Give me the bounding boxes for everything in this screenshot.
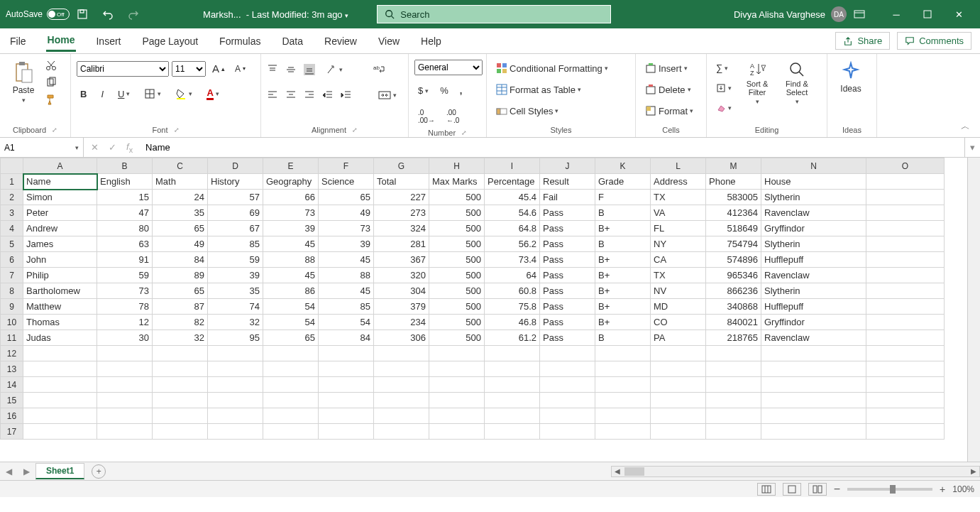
column-header[interactable]: I (485, 158, 540, 174)
cell[interactable]: 75.8 (485, 299, 540, 315)
row-header[interactable]: 6 (1, 252, 23, 268)
cell[interactable]: 840021 (706, 315, 761, 330)
wrap-text-button[interactable]: ab (369, 61, 389, 78)
cell[interactable] (595, 346, 651, 361)
cell[interactable] (263, 393, 319, 408)
cell[interactable]: 64.8 (485, 221, 540, 236)
clear-button[interactable]: ▾ (712, 100, 735, 116)
cell[interactable]: Pass (540, 330, 595, 346)
cell[interactable] (97, 424, 153, 440)
cell[interactable]: 54 (319, 315, 374, 330)
cell[interactable] (374, 393, 429, 408)
fill-color-button[interactable]: ▾ (172, 85, 196, 102)
cell[interactable]: Pass (540, 299, 595, 315)
cell[interactable]: 32 (153, 330, 208, 346)
cell[interactable]: Hufflepuff (761, 252, 866, 268)
zoom-out-button[interactable]: − (834, 483, 840, 496)
cell[interactable]: Bartholomew (23, 283, 97, 299)
search-box[interactable]: Search (377, 5, 611, 23)
cell[interactable] (319, 393, 374, 408)
cell[interactable] (706, 377, 761, 393)
column-header[interactable]: J (540, 158, 595, 174)
cell[interactable]: NY (651, 236, 706, 252)
cell[interactable]: FL (651, 221, 706, 236)
cell[interactable]: 304 (374, 283, 429, 299)
cell[interactable]: 324 (374, 221, 429, 236)
cell[interactable]: Phone (706, 174, 761, 190)
cell[interactable] (651, 424, 706, 440)
cell[interactable]: Andrew (23, 221, 97, 236)
cell[interactable] (429, 393, 485, 408)
row-header[interactable]: 4 (1, 221, 23, 236)
cell[interactable]: 367 (374, 252, 429, 268)
cell[interactable]: Science (319, 174, 374, 190)
increase-decimal-icon[interactable]: .0.00→ (414, 106, 439, 127)
cell[interactable]: 60.8 (485, 283, 540, 299)
cell[interactable]: 15 (97, 190, 153, 205)
cell[interactable]: 73 (97, 283, 153, 299)
cell[interactable] (208, 346, 263, 361)
cell[interactable] (866, 252, 945, 268)
cell[interactable] (866, 315, 945, 330)
cell[interactable] (153, 424, 208, 440)
cell[interactable]: Math (153, 174, 208, 190)
cell[interactable] (23, 377, 97, 393)
cell[interactable]: 39 (208, 268, 263, 283)
row-header[interactable]: 15 (1, 393, 23, 408)
cell[interactable]: 65 (153, 283, 208, 299)
cell[interactable] (485, 361, 540, 377)
bold-button[interactable]: B (77, 86, 90, 102)
tab-review[interactable]: Review (323, 31, 358, 51)
row-header[interactable]: 5 (1, 236, 23, 252)
page-layout-view-icon[interactable] (783, 483, 801, 496)
row-header[interactable]: 2 (1, 190, 23, 205)
cell[interactable]: 500 (429, 330, 485, 346)
cell[interactable] (23, 424, 97, 440)
cell[interactable] (866, 377, 945, 393)
cell[interactable]: 89 (153, 268, 208, 283)
cell[interactable]: 500 (429, 299, 485, 315)
cell[interactable]: 500 (429, 283, 485, 299)
column-header[interactable]: E (263, 158, 319, 174)
cell[interactable]: Max Marks (429, 174, 485, 190)
undo-icon[interactable] (98, 4, 118, 24)
vertical-scrollbar[interactable] (967, 158, 980, 462)
tab-help[interactable]: Help (419, 31, 443, 51)
cell[interactable]: 12 (97, 315, 153, 330)
cell[interactable]: 518649 (706, 221, 761, 236)
row-header[interactable]: 14 (1, 377, 23, 393)
format-cells-button[interactable]: Format ▾ (642, 102, 697, 119)
cell[interactable] (319, 424, 374, 440)
copy-icon[interactable] (45, 77, 57, 88)
column-header[interactable]: K (595, 158, 651, 174)
column-header[interactable]: F (319, 158, 374, 174)
cell[interactable] (97, 393, 153, 408)
cell[interactable]: 218765 (706, 330, 761, 346)
cell[interactable]: 82 (153, 315, 208, 330)
orientation-button[interactable]: ▾ (322, 61, 346, 78)
cell[interactable]: Pass (540, 268, 595, 283)
tab-view[interactable]: View (377, 31, 401, 51)
underline-button[interactable]: U ▾ (114, 86, 133, 102)
cell[interactable]: Simon (23, 190, 97, 205)
row-header[interactable]: 1 (1, 174, 23, 190)
cell[interactable] (866, 268, 945, 283)
sheet-nav-prev-icon[interactable]: ◀ (0, 467, 18, 476)
cell[interactable]: 45.4 (485, 190, 540, 205)
zoom-slider[interactable] (847, 488, 932, 491)
cell[interactable]: 46.8 (485, 315, 540, 330)
cell[interactable]: 49 (319, 205, 374, 221)
row-header[interactable]: 3 (1, 205, 23, 221)
column-header[interactable]: A (23, 158, 97, 174)
cell[interactable]: Peter (23, 205, 97, 221)
format-painter-icon[interactable] (45, 94, 57, 105)
cell[interactable] (595, 424, 651, 440)
cell[interactable]: Result (540, 174, 595, 190)
cell[interactable] (374, 377, 429, 393)
cell[interactable] (540, 361, 595, 377)
cell[interactable]: 30 (97, 330, 153, 346)
row-header[interactable]: 16 (1, 408, 23, 424)
tab-page-layout[interactable]: Page Layout (141, 31, 199, 51)
cell[interactable] (651, 361, 706, 377)
cell[interactable]: 80 (97, 221, 153, 236)
